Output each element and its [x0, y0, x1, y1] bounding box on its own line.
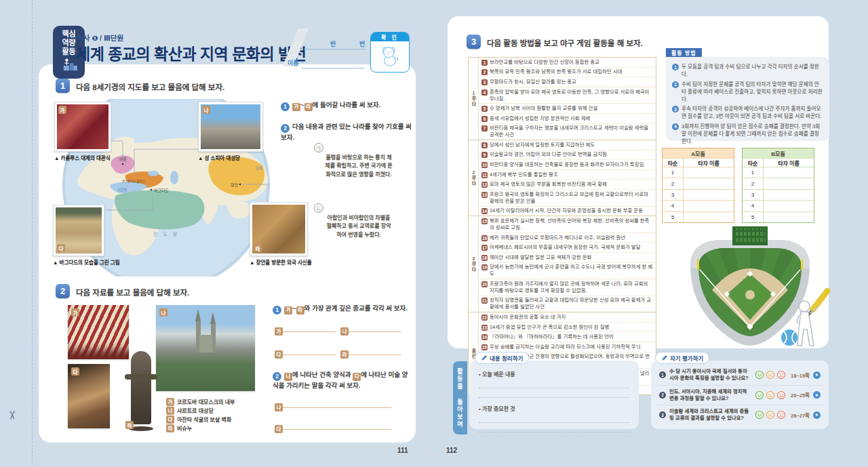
write-line[interactable]	[479, 388, 629, 398]
write-line[interactable]	[479, 413, 629, 423]
batting-order: 3	[743, 189, 763, 200]
happy-face-icon[interactable]	[755, 410, 764, 420]
quiz-item-text: 북위 효문제가 실시한 정책, 선비족의 언어와 복장 제한, 선비족의 성씨를…	[490, 218, 653, 231]
play-button[interactable]	[813, 371, 821, 379]
clue-mark: ㉠	[314, 143, 323, 153]
reference-pages: 18~19쪽	[791, 371, 810, 379]
answer-line[interactable]	[283, 324, 336, 332]
quiz-item-row: 25 우상 숭배를 금지하는 이슬람 교리에 따라 모스크에 사용된 기하학적 …	[479, 342, 656, 352]
summary-item-label: • 오늘 배운 내용	[479, 370, 629, 378]
quiz-item-text: 14세기 중엽 유럽 인구가 큰 폭으로 감소한 원인이 된 질병	[490, 324, 609, 331]
quiz-item-number: 6	[481, 116, 488, 122]
quiz-item-number: 18	[481, 255, 488, 261]
statue-silhouette	[131, 351, 151, 424]
batter-name-cell[interactable]	[763, 167, 814, 178]
neutral-face-icon[interactable]	[766, 390, 775, 400]
answer-line[interactable]	[349, 324, 401, 332]
rating-faces	[755, 370, 786, 380]
clue-mark: ㉡	[314, 203, 323, 213]
neutral-face-icon[interactable]	[766, 370, 775, 380]
quiz-item-number: 2	[481, 69, 488, 75]
write-line[interactable]	[479, 423, 629, 432]
batting-order: 5	[663, 211, 683, 222]
section2-number: 2	[56, 284, 70, 298]
selfcheck-row: 3 이슬람 세계와 크리스트교 세계의 충돌 및 교류의 결과를 설명할 수 있…	[656, 405, 823, 425]
quiz-item-row: 4 훈족의 압박을 받아 로마 제국 영토로 이동한 민족, 그 영향으로 서로…	[479, 87, 656, 104]
class-field-label: 반	[330, 39, 336, 48]
question-number: 1	[273, 306, 281, 314]
quiz-item-row: 21 성직자 임명권을 둘러싸고 교황과 대립하다 파문당한 신성 로마 제국 …	[479, 296, 656, 312]
batter-name-cell[interactable]	[683, 167, 734, 178]
batter-and-ball-illustration	[778, 283, 833, 351]
quiz-item-number: 23	[481, 325, 488, 331]
sad-face-icon[interactable]	[776, 390, 786, 400]
question-text: 에 들어갈 나라를 써 보자.	[313, 101, 381, 108]
reference-pages: 20~25쪽	[791, 391, 810, 399]
legend-row: 가 코르도바 대모스크의 내부	[166, 397, 235, 406]
map-label-baghdad: 바그다드	[154, 188, 170, 193]
batter-name-cell[interactable]	[683, 200, 734, 211]
number-field-label: 번	[359, 39, 365, 48]
batter-name-cell[interactable]	[683, 211, 734, 222]
photo-changan-envoys: 라	[250, 202, 308, 256]
answer-line[interactable]	[283, 400, 391, 408]
batter-name-cell[interactable]	[763, 189, 814, 200]
happy-face-icon[interactable]	[755, 390, 764, 400]
batter-name-cell[interactable]	[763, 211, 814, 222]
s1-question2: 2다음 내용과 관련 있는 나라를 찾아 기호를 써 보자.	[281, 122, 416, 143]
selfcheck-box: 1 수·당 시기 동아시아 국제 질서와 동아시아 문화의 특징을 설명할 수 …	[651, 361, 829, 429]
quiz-item-row: 19 당에서 농한기에 농민에게 군사 훈련을 하고 수도나 국경 방어에 복무…	[479, 262, 656, 279]
review-side-tab: 활동을 돌아보며	[453, 361, 467, 434]
map-label-constantinople: 콘스탄티노폴리스	[122, 179, 145, 184]
batter-name-cell[interactable]	[683, 178, 734, 188]
quiz-item-text: 『라마야나』와 『마하바라타』를 기록하는 데 사용된 언어	[490, 333, 614, 340]
step-text: 3회까지 진행하여 양 팀이 얻은 점수로 승패를 결정한다. 만약 3회 말 …	[682, 123, 823, 145]
answer-line[interactable]	[349, 347, 401, 355]
quiz-item-row: 5 수 양제가 남북 사이의 원활한 물자 교류를 위해 건설	[479, 103, 656, 113]
batter-name-cell[interactable]	[683, 189, 734, 200]
s1-answer-cards: ㉠ 율령을 바탕으로 하는 통치 체제를 확립하고, 주변 국가에 문화적으로 …	[320, 148, 397, 268]
sad-face-icon[interactable]	[776, 410, 786, 420]
write-line[interactable]	[479, 379, 629, 388]
sad-face-icon[interactable]	[776, 370, 786, 380]
neutral-face-icon[interactable]	[766, 410, 775, 420]
play-button[interactable]	[813, 391, 821, 399]
quiz-item-text: 브라만교를 바탕으로 다양한 민간 신앙이 융합한 종교	[490, 59, 599, 66]
legend-label: 샤르트르 대성당	[177, 407, 214, 414]
quiz-item-number: 19	[481, 264, 488, 270]
legend-label: 아잔타 석굴의 보살 벽화	[177, 415, 231, 423]
roster-row: 2	[663, 178, 734, 188]
class-number-input[interactable]	[304, 49, 365, 49]
answer-box[interactable]	[333, 183, 384, 199]
answer-box[interactable]	[333, 243, 384, 259]
selfcheck-number: 2	[659, 392, 666, 399]
batter-name-cell[interactable]	[763, 178, 814, 188]
photo-tag: 가	[71, 308, 79, 317]
play-button[interactable]	[813, 411, 821, 419]
quiz-item-number: 7	[481, 125, 488, 131]
inline-tag: 라	[304, 103, 313, 111]
quiz-item-text: 당에서 성인 남자에게 일정한 토지를 지급하던 제도	[490, 142, 595, 148]
selfcheck-content: 1 수·당 시기 동아시아 국제 질서와 동아시아 문화의 특징을 설명할 수 …	[651, 361, 829, 425]
pencil-icon	[661, 354, 668, 361]
answer-line[interactable]	[283, 422, 391, 430]
quiz-item-text: 메카 귀족들의 탄압으로 무함마드가 메디나로 이주, 이슬람력 원년	[490, 235, 625, 241]
order-column-header: 타순	[743, 158, 763, 167]
s2-q1-blank-ra: 라	[340, 346, 401, 359]
legend-label: 비슈누	[177, 424, 192, 432]
batting-order: 3	[663, 189, 683, 200]
answer-line[interactable]	[283, 347, 336, 355]
quiz-item-text: 14세기 이탈리아에서 시작, 인간의 자유와 존엄성을 중시한 문화 부흥 운…	[490, 207, 643, 214]
statue-arms	[125, 374, 157, 380]
inline-tag: 라	[296, 306, 304, 314]
roster-row: 4	[743, 200, 814, 211]
name-input[interactable]	[302, 68, 365, 68]
clue-text: 아랍인과 비아랍인의 차별을 철폐하고 동서 교역로를 장악하여 번영을 누렸다…	[325, 214, 393, 239]
happy-face-icon[interactable]	[755, 370, 764, 380]
question-text: 다음 내용과 관련 있는 나라를 찾아 기호를 써 보자.	[281, 123, 412, 141]
hit-type-label: 2루타	[469, 140, 479, 216]
hit-type-label: 3루타	[469, 216, 479, 312]
batter-name-cell[interactable]	[763, 200, 814, 211]
quiz-item-text: 이슬람교의 경전, 아랍어 외의 다른 언어로 번역을 금지함.	[490, 151, 608, 158]
map-label-east-sea: 동해	[256, 165, 262, 171]
